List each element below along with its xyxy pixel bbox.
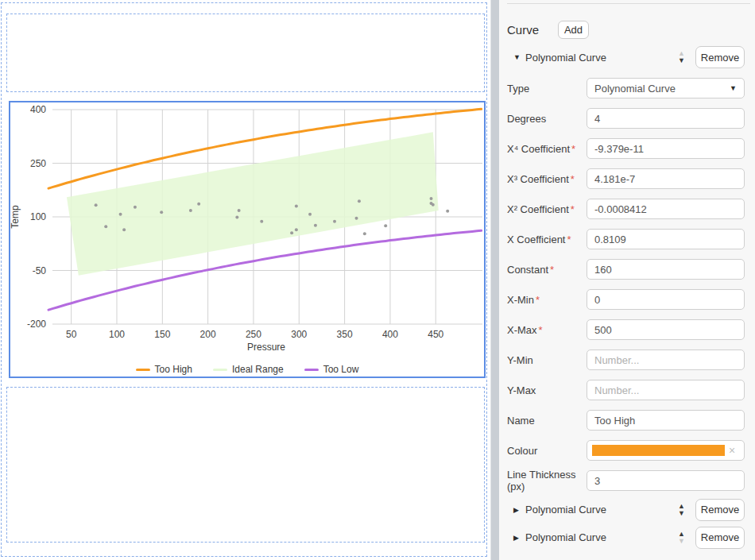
x4-coefficient-row: X⁴ Coefficient* [507,133,745,164]
x-min-row: X-Min* [507,284,745,315]
legend-label: Ideal Range [232,364,284,375]
expand-icon[interactable]: ▶ [513,534,525,542]
x4-coefficient-label: X⁴ Coefficient* [507,143,587,155]
chart-plot: 400250100-50-200501001502002503003504004… [10,102,484,377]
x-coefficient-input[interactable] [587,229,745,249]
type-select[interactable]: Polynomial Curve▼ [587,78,745,98]
svg-text:150: 150 [154,329,170,340]
remove-curve-button[interactable]: Remove [695,46,745,68]
svg-text:400: 400 [382,329,398,340]
required-asterisk: * [550,264,554,276]
colour-swatch[interactable] [592,445,725,456]
type-label: Type [507,83,587,95]
type-row: TypePolynomial Curve▼ [507,73,745,103]
name-row: Name [507,405,745,435]
curve-item-expanded: ▼ Polynomial Curve ▲ ▼ Remove [507,44,745,71]
empty-widget-top[interactable] [6,14,485,92]
x4-coefficient-input[interactable] [587,138,745,159]
svg-text:100: 100 [109,329,125,340]
remove-curve-button[interactable]: Remove [695,499,745,521]
legend-swatch [213,369,227,371]
legend-swatch [304,369,319,371]
properties-panel: Curve Add ▼ Polynomial Curve ▲ ▼ Remove … [499,0,755,560]
legend-label: Too Low [323,364,359,375]
y-min-row: Y-Min [507,345,745,375]
move-down-icon[interactable]: ▼ [678,538,685,545]
clear-colour-icon[interactable]: × [725,444,739,457]
x2-coefficient-label: X² Coefficient* [507,203,587,215]
line-thickness-label: Line Thickness (px) [507,469,587,492]
x2-coefficient-input[interactable] [587,199,745,219]
legend-item: Too Low [304,364,359,375]
x-coefficient-row: X Coefficient* [507,224,745,254]
curve-section-title: Curve [507,23,539,37]
svg-text:400: 400 [30,104,46,115]
legend-item: Too High [136,364,192,375]
dashboard-editor: 400250100-50-200501001502002503003504004… [0,0,490,560]
x3-coefficient-label: X³ Coefficient* [507,173,587,185]
curve-section-header: Curve Add [507,19,745,40]
required-asterisk: * [571,173,575,185]
line-thickness-input[interactable] [587,470,745,491]
degrees-row: Degrees [507,103,745,133]
line-thickness-row: Line Thickness (px) [507,465,745,496]
colour-picker[interactable]: × [587,440,745,461]
y-max-input[interactable] [587,380,745,400]
y-min-label: Y-Min [507,354,587,366]
colour-row: Colour× [507,435,745,465]
empty-widget-bottom[interactable] [6,387,485,543]
required-asterisk: * [539,324,543,336]
remove-curve-button[interactable]: Remove [695,527,745,549]
svg-text:50: 50 [66,329,77,340]
svg-text:250: 250 [246,329,261,340]
legend-swatch [136,369,150,371]
expand-icon[interactable]: ▶ [513,506,525,514]
curve-item-label: Polynomial Curve [525,531,606,543]
name-label: Name [507,415,587,427]
chevron-down-icon: ▼ [730,84,737,92]
colour-label: Colour [507,445,587,457]
curve-item-collapsed: ▶ Polynomial Curve ▲ ▼ Remove [507,523,745,551]
x-min-label: X-Min* [507,294,587,306]
y-axis-label: Temp [10,205,21,229]
constant-input[interactable] [587,259,745,280]
curve-fields: TypePolynomial Curve▼DegreesX⁴ Coefficie… [507,73,745,496]
move-down-icon[interactable]: ▼ [678,510,685,517]
x-max-input[interactable] [587,319,745,340]
svg-text:-200: -200 [27,319,46,330]
legend-label: Too High [155,364,192,375]
svg-text:450: 450 [428,329,443,340]
curve-item-collapsed: ▶ Polynomial Curve ▲ ▼ Remove [507,496,745,523]
x-axis-label: Pressure [247,342,285,353]
constant-label: Constant* [507,264,587,276]
svg-text:300: 300 [291,329,307,340]
x3-coefficient-row: X³ Coefficient* [507,164,745,194]
y-min-input[interactable] [587,350,745,370]
x-max-label: X-Max* [507,324,587,336]
y-max-row: Y-Max [507,375,745,405]
move-down-icon[interactable]: ▼ [678,57,685,64]
svg-text:350: 350 [337,329,353,340]
x-coefficient-label: X Coefficient* [507,234,587,245]
curve-item-label: Polynomial Curve [525,504,606,516]
chart-canvas: 400250100-50-200501001502002503003504004… [10,102,484,377]
chart-legend: Too HighIdeal RangeToo Low [10,361,484,377]
x3-coefficient-input[interactable] [587,168,745,189]
svg-text:-50: -50 [33,265,47,276]
y-max-label: Y-Max [507,384,587,396]
svg-text:200: 200 [200,329,216,340]
curve-item-label: Polynomial Curve [525,52,606,64]
degrees-input[interactable] [587,108,745,129]
legend-item: Ideal Range [213,364,284,375]
panel-scrollbar[interactable] [490,0,499,560]
type-value: Polynomial Curve [594,83,730,95]
x-min-input[interactable] [587,289,745,310]
add-curve-button[interactable]: Add [558,21,589,39]
x-max-row: X-Max* [507,315,745,345]
required-asterisk: * [571,143,575,155]
svg-text:250: 250 [30,158,46,169]
chart-widget[interactable]: 400250100-50-200501001502002503003504004… [9,101,486,378]
svg-text:100: 100 [30,211,46,222]
name-input[interactable] [587,410,745,431]
collapse-icon[interactable]: ▼ [513,53,525,61]
